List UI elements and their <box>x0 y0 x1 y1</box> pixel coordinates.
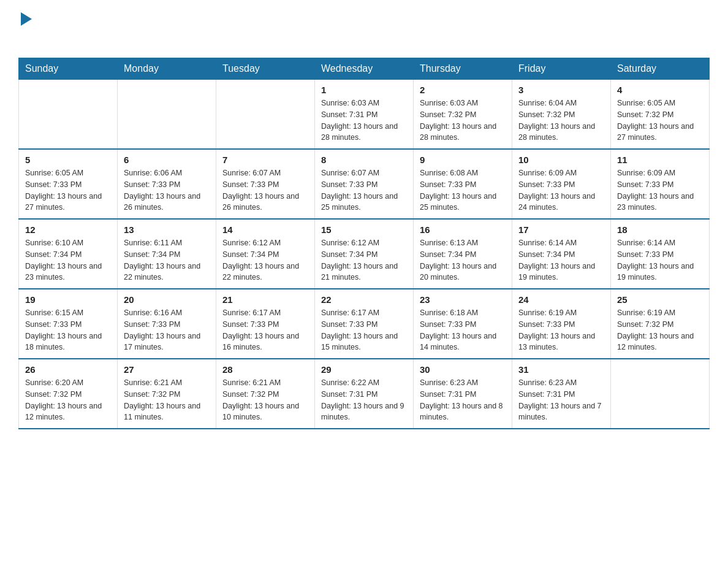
calendar-cell: 31Sunrise: 6:23 AM Sunset: 7:31 PM Dayli… <box>512 359 611 429</box>
day-info: Sunrise: 6:11 AM Sunset: 7:34 PM Dayligh… <box>124 237 210 283</box>
day-info: Sunrise: 6:04 AM Sunset: 7:32 PM Dayligh… <box>518 98 604 144</box>
week-row-5: 26Sunrise: 6:20 AM Sunset: 7:32 PM Dayli… <box>19 359 710 429</box>
day-number: 18 <box>617 224 703 235</box>
day-info: Sunrise: 6:22 AM Sunset: 7:31 PM Dayligh… <box>321 377 407 423</box>
day-number: 30 <box>420 364 506 375</box>
column-header-thursday: Thursday <box>414 58 512 80</box>
calendar-cell: 19Sunrise: 6:15 AM Sunset: 7:33 PM Dayli… <box>19 289 118 359</box>
week-row-4: 19Sunrise: 6:15 AM Sunset: 7:33 PM Dayli… <box>19 289 710 359</box>
day-number: 25 <box>617 294 703 305</box>
calendar-cell: 28Sunrise: 6:21 AM Sunset: 7:32 PM Dayli… <box>216 359 315 429</box>
svg-marker-0 <box>21 12 32 26</box>
calendar-cell: 18Sunrise: 6:14 AM Sunset: 7:33 PM Dayli… <box>611 219 710 289</box>
calendar-cell: 24Sunrise: 6:19 AM Sunset: 7:33 PM Dayli… <box>512 289 611 359</box>
day-number: 17 <box>518 224 604 235</box>
day-number: 10 <box>518 155 604 165</box>
day-info: Sunrise: 6:18 AM Sunset: 7:33 PM Dayligh… <box>420 307 506 353</box>
day-number: 21 <box>222 294 308 305</box>
day-info: Sunrise: 6:10 AM Sunset: 7:34 PM Dayligh… <box>25 237 111 283</box>
day-number: 11 <box>617 155 703 165</box>
calendar-cell: 6Sunrise: 6:06 AM Sunset: 7:33 PM Daylig… <box>118 149 216 219</box>
calendar-cell <box>118 80 216 150</box>
day-number: 24 <box>518 294 604 305</box>
calendar-cell: 23Sunrise: 6:18 AM Sunset: 7:33 PM Dayli… <box>414 289 512 359</box>
day-info: Sunrise: 6:03 AM Sunset: 7:32 PM Dayligh… <box>420 98 506 144</box>
day-info: Sunrise: 6:09 AM Sunset: 7:33 PM Dayligh… <box>617 167 703 213</box>
day-info: Sunrise: 6:12 AM Sunset: 7:34 PM Dayligh… <box>321 237 407 283</box>
calendar-cell: 22Sunrise: 6:17 AM Sunset: 7:33 PM Dayli… <box>315 289 414 359</box>
day-info: Sunrise: 6:05 AM Sunset: 7:32 PM Dayligh… <box>617 98 703 144</box>
day-number: 28 <box>222 364 308 375</box>
logo <box>18 12 33 45</box>
calendar-cell: 8Sunrise: 6:07 AM Sunset: 7:33 PM Daylig… <box>315 149 414 219</box>
day-number: 16 <box>420 224 506 235</box>
day-info: Sunrise: 6:19 AM Sunset: 7:33 PM Dayligh… <box>518 307 604 353</box>
calendar-cell: 29Sunrise: 6:22 AM Sunset: 7:31 PM Dayli… <box>315 359 414 429</box>
calendar-cell: 3Sunrise: 6:04 AM Sunset: 7:32 PM Daylig… <box>512 80 611 150</box>
day-info: Sunrise: 6:20 AM Sunset: 7:32 PM Dayligh… <box>25 377 111 423</box>
week-row-2: 5Sunrise: 6:05 AM Sunset: 7:33 PM Daylig… <box>19 149 710 219</box>
calendar-cell <box>216 80 315 150</box>
calendar-cell: 1Sunrise: 6:03 AM Sunset: 7:31 PM Daylig… <box>315 80 414 150</box>
day-number: 2 <box>420 85 506 95</box>
calendar-cell: 16Sunrise: 6:13 AM Sunset: 7:34 PM Dayli… <box>414 219 512 289</box>
day-number: 31 <box>518 364 604 375</box>
day-info: Sunrise: 6:21 AM Sunset: 7:32 PM Dayligh… <box>222 377 308 423</box>
calendar-cell: 5Sunrise: 6:05 AM Sunset: 7:33 PM Daylig… <box>19 149 118 219</box>
page-header <box>18 12 710 45</box>
day-info: Sunrise: 6:14 AM Sunset: 7:34 PM Dayligh… <box>518 237 604 283</box>
day-number: 5 <box>25 155 111 165</box>
column-header-sunday: Sunday <box>19 58 118 80</box>
calendar-cell: 14Sunrise: 6:12 AM Sunset: 7:34 PM Dayli… <box>216 219 315 289</box>
day-number: 12 <box>25 224 111 235</box>
calendar-cell: 30Sunrise: 6:23 AM Sunset: 7:31 PM Dayli… <box>414 359 512 429</box>
day-number: 23 <box>420 294 506 305</box>
day-number: 4 <box>617 85 703 95</box>
calendar-cell: 20Sunrise: 6:16 AM Sunset: 7:33 PM Dayli… <box>118 289 216 359</box>
day-number: 20 <box>124 294 210 305</box>
day-number: 27 <box>124 364 210 375</box>
calendar-cell: 4Sunrise: 6:05 AM Sunset: 7:32 PM Daylig… <box>611 80 710 150</box>
calendar-cell: 2Sunrise: 6:03 AM Sunset: 7:32 PM Daylig… <box>414 80 512 150</box>
calendar-cell: 26Sunrise: 6:20 AM Sunset: 7:32 PM Dayli… <box>19 359 118 429</box>
day-info: Sunrise: 6:14 AM Sunset: 7:33 PM Dayligh… <box>617 237 703 283</box>
day-number: 1 <box>321 85 407 95</box>
day-number: 14 <box>222 224 308 235</box>
day-info: Sunrise: 6:23 AM Sunset: 7:31 PM Dayligh… <box>420 377 506 423</box>
calendar-cell: 10Sunrise: 6:09 AM Sunset: 7:33 PM Dayli… <box>512 149 611 219</box>
day-number: 13 <box>124 224 210 235</box>
day-info: Sunrise: 6:06 AM Sunset: 7:33 PM Dayligh… <box>124 167 210 213</box>
day-number: 7 <box>222 155 308 165</box>
logo-arrow-icon <box>20 12 33 26</box>
column-header-wednesday: Wednesday <box>315 58 414 80</box>
column-header-saturday: Saturday <box>611 58 710 80</box>
day-info: Sunrise: 6:07 AM Sunset: 7:33 PM Dayligh… <box>321 167 407 213</box>
calendar-cell: 13Sunrise: 6:11 AM Sunset: 7:34 PM Dayli… <box>118 219 216 289</box>
day-info: Sunrise: 6:16 AM Sunset: 7:33 PM Dayligh… <box>124 307 210 353</box>
day-number: 19 <box>25 294 111 305</box>
calendar-cell: 27Sunrise: 6:21 AM Sunset: 7:32 PM Dayli… <box>118 359 216 429</box>
day-number: 26 <box>25 364 111 375</box>
calendar-cell: 11Sunrise: 6:09 AM Sunset: 7:33 PM Dayli… <box>611 149 710 219</box>
day-number: 29 <box>321 364 407 375</box>
calendar-cell: 21Sunrise: 6:17 AM Sunset: 7:33 PM Dayli… <box>216 289 315 359</box>
day-info: Sunrise: 6:03 AM Sunset: 7:31 PM Dayligh… <box>321 98 407 144</box>
calendar-cell: 15Sunrise: 6:12 AM Sunset: 7:34 PM Dayli… <box>315 219 414 289</box>
day-number: 22 <box>321 294 407 305</box>
day-info: Sunrise: 6:17 AM Sunset: 7:33 PM Dayligh… <box>321 307 407 353</box>
day-info: Sunrise: 6:13 AM Sunset: 7:34 PM Dayligh… <box>420 237 506 283</box>
day-info: Sunrise: 6:09 AM Sunset: 7:33 PM Dayligh… <box>518 167 604 213</box>
day-number: 15 <box>321 224 407 235</box>
calendar-header-row: SundayMondayTuesdayWednesdayThursdayFrid… <box>19 58 710 80</box>
day-info: Sunrise: 6:08 AM Sunset: 7:33 PM Dayligh… <box>420 167 506 213</box>
calendar-cell <box>19 80 118 150</box>
day-info: Sunrise: 6:05 AM Sunset: 7:33 PM Dayligh… <box>25 167 111 213</box>
day-info: Sunrise: 6:21 AM Sunset: 7:32 PM Dayligh… <box>124 377 210 423</box>
calendar-cell: 9Sunrise: 6:08 AM Sunset: 7:33 PM Daylig… <box>414 149 512 219</box>
day-info: Sunrise: 6:07 AM Sunset: 7:33 PM Dayligh… <box>222 167 308 213</box>
week-row-3: 12Sunrise: 6:10 AM Sunset: 7:34 PM Dayli… <box>19 219 710 289</box>
day-number: 8 <box>321 155 407 165</box>
day-info: Sunrise: 6:23 AM Sunset: 7:31 PM Dayligh… <box>518 377 604 423</box>
day-number: 9 <box>420 155 506 165</box>
day-info: Sunrise: 6:19 AM Sunset: 7:32 PM Dayligh… <box>617 307 703 353</box>
